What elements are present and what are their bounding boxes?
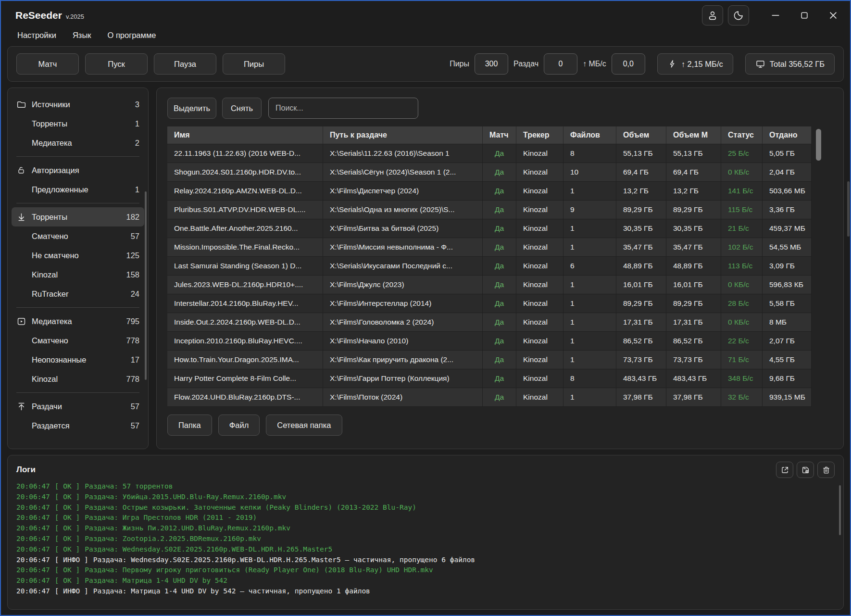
cell-files: 1 <box>563 332 616 351</box>
add-source-button[interactable]: Сетевая папка <box>266 415 342 436</box>
table-header-cell[interactable]: Матч <box>483 126 516 144</box>
cell-tracker: Kinozal <box>516 201 563 219</box>
table-row[interactable]: One.Battle.After.Another.2025.2160... X:… <box>167 219 812 238</box>
sidebar-item[interactable]: Раздается 57 <box>12 416 144 435</box>
cell-uploaded: 4,55 ГБ <box>763 351 812 369</box>
cell-size: 35,47 ГБ <box>616 238 666 257</box>
table-row[interactable]: Relay.2024.2160p.AMZN.WEB-DL.D... X:\Fil… <box>167 182 812 201</box>
cell-files: 1 <box>563 351 616 369</box>
sidebar-item-count: 158 <box>126 270 139 279</box>
toolbar-action-button[interactable]: Пиры <box>223 53 285 75</box>
table-row[interactable]: Inside.Out.2.2024.2160p.WEB-DL.D... X:\F… <box>167 313 812 332</box>
table-row[interactable]: Mission.Impossible.The.Final.Recko... X:… <box>167 238 812 257</box>
maximize-button[interactable] <box>796 7 813 24</box>
save-logs-button[interactable] <box>797 462 814 478</box>
toolbar-action-button[interactable]: Пуск <box>85 53 148 75</box>
table-row[interactable]: Last Samurai Standing (Season 1) D... X:… <box>167 257 812 276</box>
seeds-input[interactable] <box>544 53 577 75</box>
sidebar-item[interactable]: Авторизация <box>12 161 144 180</box>
total-size-button[interactable]: Total 356,52 ГБ <box>745 53 835 75</box>
sidebar-item[interactable]: Раздачи 57 <box>12 397 144 416</box>
table-header-cell[interactable]: Трекер <box>516 126 563 144</box>
sidebar-scrollbar[interactable] <box>145 191 147 380</box>
sidebar-item-count: 778 <box>126 336 139 345</box>
sidebar-item[interactable]: Предложенные 1 <box>12 180 144 199</box>
window-scrollbar-thumb[interactable] <box>847 181 850 237</box>
sidebar-item[interactable]: Источники 3 <box>12 95 144 114</box>
log-time: 20:06:47 <box>16 587 50 595</box>
sidebar-item[interactable]: Сматчено 778 <box>12 331 144 350</box>
sidebar-item[interactable]: Не сматчено 125 <box>12 246 144 265</box>
table-header-row: ИмяПуть к раздачеМатчТрекерФайловОбъемОб… <box>167 126 812 144</box>
table-row[interactable]: How.to.Train.Your.Dragon.2025.IMA... X:\… <box>167 351 812 369</box>
sidebar-item[interactable]: RuTracker 24 <box>12 284 144 303</box>
cell-tracker: Kinozal <box>516 313 563 332</box>
sidebar-item-label: Торренты <box>32 119 67 128</box>
toolbar-action-button[interactable]: Матч <box>16 53 79 75</box>
table-header-cell[interactable]: Отдано <box>763 126 812 144</box>
cell-match: Да <box>483 332 516 351</box>
app-version: v.2025 <box>66 13 84 20</box>
log-message: Раздача: Wednesday.S02E.2025.2160p.WEB-D… <box>93 556 475 564</box>
minimize-button[interactable] <box>767 7 784 24</box>
log-level: [ OK ] <box>50 493 85 501</box>
logs-scrollbar[interactable] <box>839 485 841 535</box>
cell-status: 25 Б/с <box>721 144 763 163</box>
table-header-cell[interactable]: Объем М <box>666 126 721 144</box>
table-row[interactable]: Pluribus.S01.ATVP.DV.HDR.WEB-DL.... X:\S… <box>167 201 812 219</box>
select-all-button[interactable]: Выделить <box>167 98 216 119</box>
table-header-cell[interactable]: Путь к раздаче <box>323 126 483 144</box>
table-row[interactable]: Inception.2010.2160p.BluRay.HEVC.... X:\… <box>167 332 812 351</box>
log-line: 20:06:47[ OK ]Раздача: Убийца.2015.UHD.B… <box>16 492 835 503</box>
table-header-cell[interactable]: Файлов <box>563 126 616 144</box>
sidebar-item[interactable]: Медиатека 2 <box>12 133 144 152</box>
log-line: 20:06:47[ OK ]Раздача: Игра Престолов HD… <box>16 513 835 523</box>
close-button[interactable] <box>825 7 841 24</box>
sidebar-item[interactable]: Медиатека 795 <box>12 312 144 331</box>
table-row[interactable]: 22.11.1963 (11.22.63) (2016 WEB-D... X:\… <box>167 144 812 163</box>
log-output: 20:06:47[ OK ]Раздача: 57 торрентов 20:0… <box>16 481 835 597</box>
deselect-button[interactable]: Снять <box>222 98 262 119</box>
log-level: [ ИНФО ] <box>50 587 93 595</box>
cell-match: Да <box>483 388 516 407</box>
table-row[interactable]: Flow.2024.UHD.BluRay.2160p.DTS-... X:\Fi… <box>167 388 812 407</box>
account-button[interactable] <box>702 5 723 25</box>
sidebar-item-label: RuTracker <box>32 289 68 299</box>
menu-item[interactable]: Язык <box>72 29 92 40</box>
toolbar: МатчПускПаузаПиры Пиры Раздач ↑ МБ/с ↑ 2… <box>7 46 844 82</box>
log-time: 20:06:47 <box>16 577 50 584</box>
cell-match: Да <box>483 144 516 163</box>
sidebar-item[interactable]: Kinozal 158 <box>12 265 144 284</box>
menu-item[interactable]: О программе <box>106 29 157 40</box>
sidebar-item[interactable]: Неопознанные 17 <box>12 350 144 369</box>
sidebar-item-label: Сматчено <box>32 232 68 241</box>
table-row[interactable]: Interstellar.2014.2160p.BluRay.HEV... X:… <box>167 294 812 313</box>
table-header-cell[interactable]: Имя <box>167 126 323 144</box>
menu-item[interactable]: Настройки <box>16 29 57 40</box>
theme-toggle-button[interactable] <box>728 5 749 25</box>
add-source-button[interactable]: Папка <box>167 415 212 436</box>
upload-speed-button[interactable]: ↑ 2,15 МБ/с <box>657 53 733 75</box>
add-source-button[interactable]: Файл <box>218 415 260 436</box>
table-row[interactable]: Shogun.2024.S01.2160p.HDR.DV.to... X:\Se… <box>167 163 812 182</box>
sidebar-item[interactable]: Сматчено 57 <box>12 226 144 246</box>
log-line: 20:06:47[ ИНФО ]Раздача: Wednesday.S02E.… <box>16 555 835 566</box>
sidebar-item[interactable]: Торренты 182 <box>12 207 144 226</box>
clear-logs-button[interactable] <box>817 462 835 478</box>
table-row[interactable]: Jules.2023.WEB-DL.2160p.HDR10+.... X:\Fi… <box>167 276 812 294</box>
sidebar-item[interactable]: Kinozal 778 <box>12 369 144 389</box>
toolbar-action-button[interactable]: Пауза <box>154 53 216 75</box>
table-header-cell[interactable]: Объем <box>616 126 666 144</box>
external-link-icon <box>780 465 789 475</box>
sidebar-item[interactable]: Торренты 1 <box>12 114 144 133</box>
upload-limit-input[interactable] <box>612 53 645 75</box>
table-scrollbar-thumb[interactable] <box>816 129 821 161</box>
search-input[interactable] <box>268 98 418 119</box>
table-header-cell[interactable]: Статус <box>721 126 763 144</box>
folder-icon <box>16 100 32 110</box>
cell-tracker: Kinozal <box>516 332 563 351</box>
open-logs-window-button[interactable] <box>776 462 793 478</box>
table-row[interactable]: Harry Potter Complete 8-Film Colle... X:… <box>167 369 812 388</box>
peers-input[interactable] <box>475 53 508 75</box>
table-scrollbar[interactable] <box>816 126 821 407</box>
